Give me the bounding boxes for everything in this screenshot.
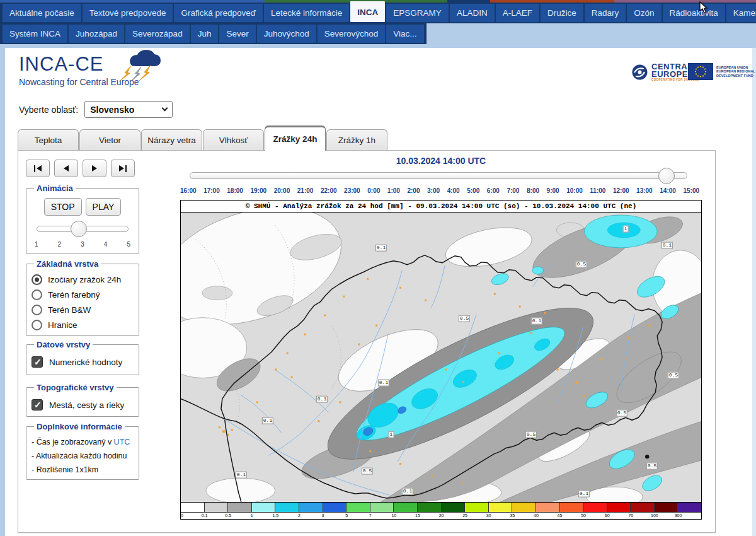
map-canvas[interactable]: 0.10.10.10.10.10.10.50.5110.50.50.50.50.… bbox=[181, 213, 701, 503]
timeline-tick[interactable]: 18:00 bbox=[227, 187, 243, 194]
sub-nav-tab[interactable]: Juhozápad bbox=[69, 25, 124, 43]
timeline-tick[interactable]: 14:00 bbox=[660, 187, 676, 194]
step-back-button[interactable] bbox=[54, 160, 78, 177]
main-nav-tab[interactable]: Aktuálne počasie bbox=[3, 4, 81, 22]
parameter-tab[interactable]: Vietor bbox=[79, 129, 140, 150]
main-nav-tab[interactable]: Ozón bbox=[627, 4, 661, 22]
colorbar-cell: 1.5 bbox=[275, 503, 299, 512]
region-selector-row: Vyberte oblasť: Slovensko bbox=[19, 101, 173, 118]
speed-slider[interactable] bbox=[37, 226, 129, 232]
sub-nav-row: Systém INCAJuhozápadSeverozápadJuhSeverJ… bbox=[0, 23, 756, 44]
radio-icon[interactable] bbox=[32, 305, 42, 315]
radio-icon[interactable] bbox=[32, 289, 42, 300]
colorbar-cell: 1 bbox=[251, 503, 275, 512]
sub-nav-tab[interactable]: Viac... bbox=[386, 25, 423, 43]
main-nav-tab[interactable]: Rádioaktivita bbox=[663, 4, 725, 22]
sub-nav-tab[interactable]: Systém INCA bbox=[3, 25, 67, 43]
timeline-tick[interactable]: 16:00 bbox=[180, 187, 197, 194]
main-nav-tab[interactable]: INCA bbox=[350, 1, 385, 22]
checkbox-icon[interactable] bbox=[32, 399, 43, 411]
sub-nav: Systém INCAJuhozápadSeverozápadJuhSeverJ… bbox=[0, 23, 427, 44]
timeline-tick[interactable]: 3:00 bbox=[427, 187, 440, 194]
timeline-tick[interactable]: 5:00 bbox=[467, 187, 479, 194]
timeline-tick[interactable]: 22:00 bbox=[321, 187, 337, 194]
contour-value-label: 0.5 bbox=[459, 315, 470, 322]
topo-layers-legend: Topografické vrstvy bbox=[34, 383, 117, 392]
main-nav-tab[interactable]: EPSGRAMY bbox=[386, 4, 449, 22]
contour-value-label: 0.1 bbox=[402, 488, 413, 495]
timeline-tick[interactable]: 15:00 bbox=[683, 187, 699, 194]
timeline-tick[interactable]: 9:00 bbox=[547, 187, 559, 194]
base-layer-option[interactable]: Terén B&W bbox=[32, 305, 134, 315]
contour-value-label: 0.1 bbox=[262, 417, 273, 424]
main-nav-tab[interactable]: ALADIN bbox=[450, 4, 495, 22]
radio-icon[interactable] bbox=[32, 274, 42, 285]
stop-button[interactable]: STOP bbox=[44, 198, 82, 216]
animation-fieldset: Animácia STOP PLAY 12345 bbox=[26, 184, 139, 254]
main-nav-tab[interactable]: Radary bbox=[585, 4, 626, 22]
timeline-tick[interactable]: 23:00 bbox=[344, 187, 360, 194]
timeline-tick[interactable]: 19:00 bbox=[250, 187, 266, 194]
main-nav-tab[interactable]: A-LAEF bbox=[496, 4, 539, 22]
sub-nav-tab[interactable]: Severovýchod bbox=[318, 25, 386, 43]
base-layer-option[interactable]: Hranice bbox=[32, 320, 134, 330]
timeline-tick[interactable]: 20:00 bbox=[274, 187, 290, 194]
play-button[interactable]: PLAY bbox=[86, 198, 122, 216]
parameter-tab[interactable]: Zrážky 24h bbox=[265, 125, 326, 151]
topo-layer-option[interactable]: Mestá, cesty a rieky bbox=[32, 399, 134, 411]
main-nav-tab[interactable]: Kamery bbox=[726, 4, 756, 22]
sub-nav-tab[interactable]: Severozápad bbox=[125, 25, 190, 43]
utc-link[interactable]: UTC bbox=[114, 438, 130, 446]
parameter-tab[interactable]: Teplota bbox=[18, 129, 79, 150]
data-layer-option[interactable]: Numerické hodnoty bbox=[32, 356, 134, 368]
timeline-tick[interactable]: 12:00 bbox=[613, 187, 629, 194]
animation-legend: Animácia bbox=[34, 184, 76, 193]
parameter-tab[interactable]: Nárazy vetra bbox=[141, 129, 202, 150]
colorbar-value-label: 7 bbox=[369, 513, 372, 518]
timeline-tick[interactable]: 17:00 bbox=[203, 187, 220, 194]
base-layer-option[interactable]: Izočiary zrážok 24h bbox=[32, 274, 134, 285]
skip-first-icon bbox=[34, 165, 36, 172]
main-nav-tab[interactable]: Grafická predpoveď bbox=[174, 4, 263, 22]
contour-value-label: 0.5 bbox=[576, 261, 587, 268]
timeline-tick[interactable]: 21:00 bbox=[297, 187, 314, 194]
skip-first-button[interactable] bbox=[26, 160, 50, 177]
colorbar-cell: 10 bbox=[393, 503, 417, 512]
timeline-slider[interactable] bbox=[190, 172, 687, 179]
speed-slider-handle[interactable] bbox=[71, 221, 87, 237]
storm-cloud-lightning-icon bbox=[112, 48, 166, 88]
main-nav-tab[interactable]: Družice bbox=[541, 4, 583, 22]
sub-nav-tab[interactable]: Sever bbox=[219, 25, 255, 43]
sub-nav-tab[interactable]: Juh bbox=[191, 25, 219, 43]
colorbar-cell: 2 bbox=[299, 503, 323, 512]
region-select[interactable]: Slovensko bbox=[84, 101, 173, 118]
colorbar-value-label: 50 bbox=[581, 513, 586, 518]
main-nav-tab[interactable]: Letecké informácie bbox=[264, 4, 349, 22]
main-nav-tab[interactable]: Textové predpovede bbox=[83, 4, 173, 22]
step-forward-button[interactable] bbox=[83, 160, 106, 177]
sub-nav-tab[interactable]: Juhovýchod bbox=[257, 25, 316, 43]
base-layer-option[interactable]: Terén farebný bbox=[32, 289, 134, 300]
contour-value-label: 0.5 bbox=[616, 410, 627, 417]
radio-icon[interactable] bbox=[32, 320, 42, 330]
timeline-slider-handle[interactable] bbox=[658, 168, 675, 184]
timeline-tick[interactable]: 2:00 bbox=[407, 187, 420, 194]
timeline-tick[interactable]: 1:00 bbox=[387, 187, 400, 194]
timeline-tick[interactable]: 10:00 bbox=[566, 187, 583, 194]
parameter-tab[interactable]: Vlhkosť bbox=[203, 129, 264, 150]
checkbox-icon[interactable] bbox=[32, 356, 43, 368]
timeline-tick[interactable]: 11:00 bbox=[590, 187, 605, 194]
parameter-tab[interactable]: Zrážky 1h bbox=[326, 129, 387, 150]
colorbar-value-label: 2 bbox=[298, 513, 301, 518]
content-panel: Animácia STOP PLAY 12345 Základná vrstva… bbox=[18, 150, 716, 533]
timeline-tick[interactable]: 7:00 bbox=[507, 187, 519, 194]
timeline-tick[interactable]: 6:00 bbox=[487, 187, 500, 194]
skip-last-button[interactable] bbox=[111, 160, 135, 177]
contour-value-label: 0.1 bbox=[531, 318, 542, 325]
timeline-tick[interactable]: 0:00 bbox=[367, 187, 380, 194]
timeline-tick[interactable]: 13:00 bbox=[636, 187, 653, 194]
colorbar-value-label: 0.5 bbox=[225, 513, 231, 518]
timeline-tick[interactable]: 8:00 bbox=[527, 187, 539, 194]
colorbar-cell: 60 bbox=[607, 503, 631, 512]
timeline-tick[interactable]: 4:00 bbox=[447, 187, 460, 194]
